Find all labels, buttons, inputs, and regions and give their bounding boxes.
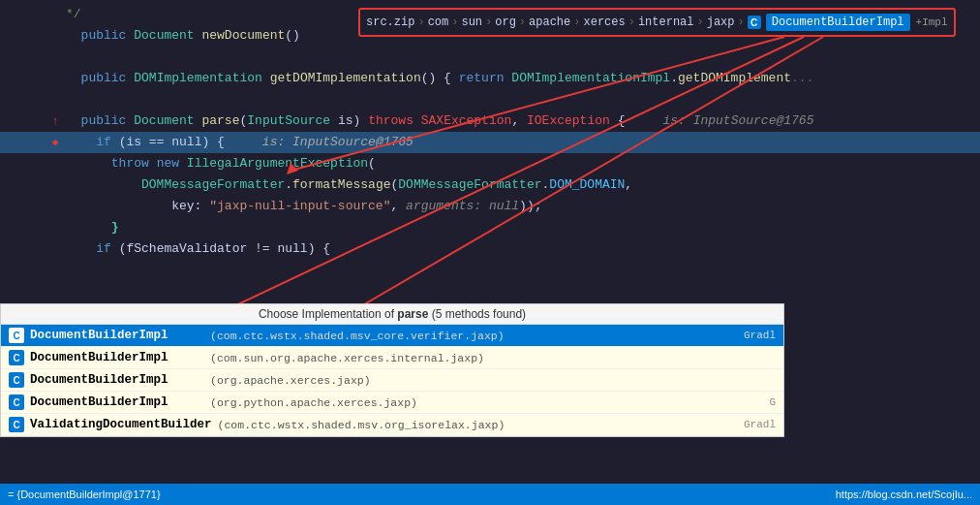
code-line: } bbox=[0, 217, 980, 238]
status-left: = {DocumentBuilderImpl@1771} bbox=[8, 489, 161, 500]
completion-item-pkg: (com.ctc.wstx.shaded.msv_core.verifier.j… bbox=[210, 330, 505, 342]
line-number bbox=[0, 153, 48, 174]
code-line bbox=[0, 89, 980, 110]
code-line: ↑ public Document parse(InputSource is) … bbox=[0, 110, 980, 132]
line-arrow bbox=[48, 47, 62, 68]
line-arrow bbox=[48, 153, 62, 174]
completion-item[interactable]: C DocumentBuilderImpl (com.sun.org.apach… bbox=[1, 347, 783, 369]
completion-item-name: DocumentBuilderImpl bbox=[30, 351, 204, 364]
line-number bbox=[0, 238, 48, 260]
line-arrow bbox=[48, 217, 62, 238]
class-icon: C bbox=[9, 372, 24, 388]
line-content: public DOMImplementation getDOMImplement… bbox=[62, 68, 980, 89]
completion-item-name: ValidatingDocumentBuilder bbox=[30, 418, 212, 431]
bc-sep: › bbox=[519, 16, 526, 29]
line-content: public Document parse(InputSource is) th… bbox=[62, 110, 980, 132]
code-line: DOMMessageFormatter.formatMessage(DOMMes… bbox=[0, 174, 980, 196]
completion-item[interactable]: C DocumentBuilderImpl (com.ctc.wstx.shad… bbox=[1, 325, 783, 347]
completion-item-source: Gradl bbox=[744, 330, 776, 341]
bc-overflow: +Impl bbox=[916, 16, 948, 28]
line-content bbox=[62, 89, 980, 110]
completion-header-text: Choose Implementation of parse (5 method… bbox=[259, 307, 522, 321]
bc-apache[interactable]: apache bbox=[529, 16, 570, 29]
line-content: throw new IllegalArgumentException( bbox=[62, 153, 980, 174]
line-number bbox=[0, 174, 48, 196]
completion-item-pkg: (org.python.apache.xerces.jaxp) bbox=[210, 396, 417, 409]
class-icon: C bbox=[9, 328, 24, 343]
bc-sep: › bbox=[628, 16, 635, 29]
code-line: throw new IllegalArgumentException( bbox=[0, 153, 980, 174]
completion-item-pkg: (com.sun.org.apache.xerces.internal.jaxp… bbox=[210, 352, 484, 364]
line-arrow bbox=[48, 89, 62, 110]
line-number bbox=[0, 110, 48, 132]
completion-popup[interactable]: Choose Implementation of parse (5 method… bbox=[0, 303, 784, 437]
bc-sep: › bbox=[451, 16, 458, 29]
line-content: key: "jaxp-null-input-source", arguments… bbox=[62, 196, 980, 217]
completion-item-source: Gradl bbox=[744, 419, 776, 430]
class-icon: C bbox=[9, 395, 24, 410]
code-line: key: "jaxp-null-input-source", arguments… bbox=[0, 196, 980, 217]
line-number bbox=[0, 217, 48, 238]
code-line-highlight: ◆ if (is == null) { is: InputSource@1765 bbox=[0, 132, 980, 153]
class-icon: C bbox=[748, 16, 761, 29]
line-arrow: ◆ bbox=[48, 132, 62, 153]
bc-internal[interactable]: internal bbox=[638, 16, 694, 29]
completion-item[interactable]: C DocumentBuilderImpl (org.apache.xerces… bbox=[1, 369, 783, 392]
status-right: https://blog.csdn.net/ScojIu... bbox=[836, 489, 972, 500]
completion-item[interactable]: C ValidatingDocumentBuilder (com.ctc.wst… bbox=[1, 414, 783, 436]
bc-jaxp[interactable]: jaxp bbox=[707, 16, 735, 29]
breadcrumb-bar[interactable]: src.zip › com › sun › org › apache › xer… bbox=[358, 8, 956, 37]
line-number bbox=[0, 47, 48, 68]
completion-item-source: G bbox=[769, 396, 776, 408]
bc-xerces[interactable]: xerces bbox=[583, 16, 625, 29]
line-arrow bbox=[48, 174, 62, 196]
code-line bbox=[0, 47, 980, 68]
line-number bbox=[0, 89, 48, 110]
bc-active-class[interactable]: DocumentBuilderImpl bbox=[766, 14, 910, 31]
line-number bbox=[0, 196, 48, 217]
bc-sep: › bbox=[485, 16, 492, 29]
line-number bbox=[0, 68, 48, 89]
completion-item-pkg: (org.apache.xerces.jaxp) bbox=[210, 374, 371, 387]
code-editor: */ public Document newDocument() public … bbox=[0, 0, 980, 260]
status-bar: = {DocumentBuilderImpl@1771} https://blo… bbox=[0, 484, 980, 505]
bc-org[interactable]: org bbox=[495, 16, 516, 29]
completion-item-pkg: (com.ctc.wstx.shaded.msv.org_isorelax.ja… bbox=[218, 419, 505, 431]
class-icon: C bbox=[9, 350, 24, 365]
line-content: DOMMessageFormatter.formatMessage(DOMMes… bbox=[62, 174, 980, 196]
bc-srczip[interactable]: src.zip bbox=[366, 16, 414, 29]
completion-item[interactable]: C DocumentBuilderImpl (org.python.apache… bbox=[1, 392, 783, 414]
completion-item-name: DocumentBuilderImpl bbox=[30, 395, 204, 409]
line-content: } bbox=[62, 217, 980, 238]
line-content: if (fSchemaValidator != null) { bbox=[62, 238, 980, 260]
bc-sep: › bbox=[417, 16, 424, 29]
code-line: public DOMImplementation getDOMImplement… bbox=[0, 68, 980, 89]
line-arrow bbox=[48, 68, 62, 89]
completion-item-name: DocumentBuilderImpl bbox=[30, 373, 204, 387]
line-arrow bbox=[48, 196, 62, 217]
bc-sep: › bbox=[738, 16, 745, 29]
line-number bbox=[0, 132, 48, 153]
completion-item-name: DocumentBuilderImpl bbox=[30, 329, 204, 342]
bc-sep: › bbox=[697, 16, 704, 29]
line-arrow bbox=[48, 25, 62, 47]
bc-com[interactable]: com bbox=[428, 16, 449, 29]
bc-sun[interactable]: sun bbox=[461, 16, 482, 29]
line-content bbox=[62, 47, 980, 68]
completion-header: Choose Implementation of parse (5 method… bbox=[1, 304, 783, 325]
line-number bbox=[0, 4, 48, 25]
code-line: if (fSchemaValidator != null) { bbox=[0, 238, 980, 260]
line-arrow bbox=[48, 4, 62, 25]
line-number bbox=[0, 25, 48, 47]
line-arrow bbox=[48, 238, 62, 260]
class-icon: C bbox=[9, 417, 24, 432]
line-arrow: ↑ bbox=[48, 110, 62, 132]
editor-area: */ public Document newDocument() public … bbox=[0, 0, 980, 505]
bc-sep: › bbox=[573, 16, 580, 29]
line-content: if (is == null) { is: InputSource@1765 bbox=[62, 132, 980, 153]
